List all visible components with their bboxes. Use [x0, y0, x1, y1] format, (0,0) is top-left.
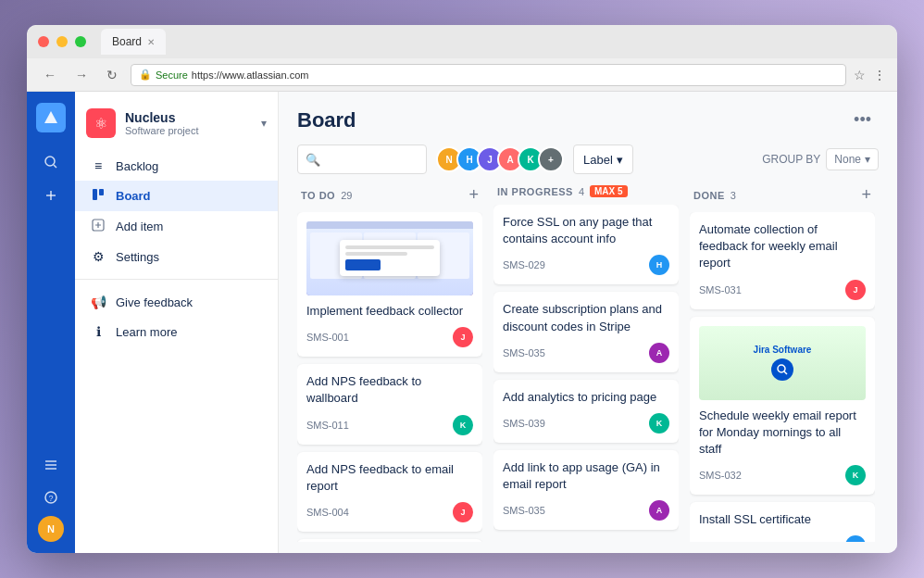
group-by-select[interactable]: None ▾ — [826, 148, 879, 170]
card-footer-sms-011: SMS-011 K — [306, 415, 473, 435]
card-id-sms-032: SMS-032 — [699, 470, 742, 481]
card-footer-sms-035b: SMS-035 A — [503, 500, 669, 521]
card-sms-004[interactable]: Add NPS feedback to email report SMS-004… — [297, 452, 482, 532]
tab-title: Board — [112, 35, 142, 48]
address-bar[interactable]: 🔒 Secure https://www.atlassian.com — [131, 64, 846, 86]
browser-tab[interactable]: Board ✕ — [101, 29, 166, 55]
column-title-done: DONE — [693, 190, 725, 201]
sidebar-item-backlog-label: Backlog — [116, 159, 158, 173]
url-text: https://www.atlassian.com — [192, 69, 309, 81]
card-id-sms-031: SMS-031 — [699, 284, 742, 295]
sidebar-item-settings[interactable]: ⚙ Settings — [75, 242, 278, 271]
project-type: Software project — [125, 125, 252, 136]
card-sms-031[interactable]: Automate collection of feedback for week… — [690, 212, 875, 309]
add-card-button-inprogress[interactable]: + — [493, 537, 679, 542]
minimize-button[interactable] — [56, 36, 68, 47]
card-avatar-sms-001: J — [453, 327, 473, 347]
card-image-sms-032: Jira Software — [699, 326, 866, 400]
card-sms-008[interactable]: Allow users to change between two tiers … — [297, 539, 482, 542]
card-image-sms-001 — [306, 221, 473, 295]
card-id-sms-029: SMS-029 — [503, 259, 545, 270]
browser-titlebar: Board ✕ — [27, 25, 897, 58]
card-title-sms-035b: Add link to app usage (GA) in email repo… — [503, 459, 669, 493]
forward-button[interactable]: → — [69, 66, 94, 84]
rail-menu-icon[interactable] — [36, 449, 66, 479]
column-inprogress: IN PROGRESS 4 MAX 5 Force SSL on any pag… — [493, 185, 679, 542]
group-by-label: GROUP BY — [762, 153, 820, 166]
browser-menu-icon[interactable]: ⋮ — [873, 68, 886, 82]
card-avatar-sms-004: J — [453, 502, 473, 522]
bookmark-icon[interactable]: ☆ — [854, 68, 866, 82]
rail-search-icon[interactable] — [36, 147, 66, 177]
card-id-sms-039: SMS-039 — [503, 418, 545, 429]
back-button[interactable]: ← — [38, 66, 62, 84]
card-footer-sms-039: SMS-039 K — [503, 413, 669, 434]
browser-window: Board ✕ ← → ↻ 🔒 Secure https://www.atlas… — [27, 25, 897, 553]
card-footer-sms-032: SMS-032 K — [699, 465, 866, 485]
card-avatar-sms-031: J — [845, 280, 866, 300]
card-avatar-sms-011: K — [453, 415, 473, 435]
mini-screenshot-2: Jira Software — [699, 326, 866, 400]
card-footer-sms-001: SMS-001 J — [306, 327, 473, 347]
column-count-todo: 29 — [341, 190, 352, 201]
column-title-inprogress: IN PROGRESS — [497, 186, 573, 197]
card-id-sms-033: SMS-033 — [699, 540, 742, 542]
close-button[interactable] — [38, 36, 49, 47]
board-icon — [90, 188, 106, 204]
column-add-button-done[interactable]: + — [861, 185, 871, 205]
maximize-button[interactable] — [75, 36, 86, 47]
rail-logo[interactable] — [36, 103, 66, 132]
mini-screenshot — [306, 221, 473, 295]
card-sms-029[interactable]: Force SSL on any page that contains acco… — [493, 205, 679, 284]
search-box[interactable]: 🔍 — [297, 144, 427, 174]
card-footer-sms-033: SMS-033 H — [699, 535, 866, 542]
card-title-sms-029: Force SSL on any page that contains acco… — [503, 214, 669, 247]
project-icon: ⚛ — [86, 108, 116, 138]
card-sms-035a[interactable]: Create subscription plans and discount c… — [493, 292, 679, 371]
info-icon: ℹ — [90, 324, 106, 339]
search-icon: 🔍 — [306, 153, 320, 167]
sidebar-item-feedback-label: Give feedback — [116, 295, 193, 309]
rail-add-icon[interactable] — [36, 181, 66, 210]
sidebar-divider — [75, 279, 278, 280]
column-count-inprogress: 4 — [579, 186, 584, 197]
card-title-sms-001: Implement feedback collector — [306, 303, 473, 320]
project-name: Nucleus — [125, 110, 252, 125]
avatars-group: N H J A K + — [436, 146, 564, 172]
sidebar-item-learn-more[interactable]: ℹ Learn more — [75, 317, 278, 346]
tab-close-icon[interactable]: ✕ — [147, 37, 155, 47]
card-sms-035b[interactable]: Add link to app usage (GA) in email repo… — [493, 450, 679, 530]
sidebar-item-backlog[interactable]: ≡ Backlog — [75, 151, 278, 181]
sidebar-item-learn-label: Learn more — [116, 325, 177, 339]
project-header: ⚛ Nucleus Software project ▾ — [75, 103, 278, 144]
card-sms-011[interactable]: Add NPS feedback to wallboard SMS-011 K — [297, 364, 482, 444]
app-container: ? N ⚛ Nucleus Software project ▾ — [27, 92, 897, 553]
project-info: Nucleus Software project — [125, 110, 252, 136]
card-avatar-sms-029: H — [649, 255, 669, 275]
card-sms-033[interactable]: Install SSL certificate SMS-033 H — [690, 502, 875, 542]
avatar-filter-more[interactable]: + — [538, 146, 564, 172]
card-id-sms-035b: SMS-035 — [503, 505, 545, 516]
sidebar-item-add-item[interactable]: Add item — [75, 211, 278, 242]
card-avatar-sms-039: K — [649, 413, 669, 434]
rail-help-icon[interactable]: ? — [36, 483, 66, 512]
card-footer-sms-035a: SMS-035 A — [503, 343, 669, 363]
card-sms-001[interactable]: Implement feedback collector SMS-001 J — [297, 212, 482, 357]
label-filter[interactable]: Label ▾ — [573, 144, 633, 174]
column-add-button-todo[interactable]: + — [468, 185, 479, 205]
lock-icon: 🔒 — [139, 69, 152, 81]
backlog-icon: ≡ — [90, 158, 106, 173]
rail-bottom: ? N — [36, 449, 66, 542]
card-sms-039[interactable]: Add analytics to pricing page SMS-039 K — [493, 380, 679, 443]
card-sms-032[interactable]: Jira Software Schedule weekly email repo… — [690, 317, 875, 496]
sidebar-item-add-item-label: Add item — [116, 220, 163, 233]
sidebar-item-board[interactable]: Board — [75, 181, 278, 211]
max-badge: MAX 5 — [590, 185, 628, 197]
refresh-button[interactable]: ↻ — [101, 66, 123, 84]
project-chevron-icon[interactable]: ▾ — [261, 117, 267, 130]
sidebar-item-give-feedback[interactable]: 📢 Give feedback — [75, 287, 278, 317]
svg-point-14 — [778, 365, 785, 372]
card-id-sms-035a: SMS-035 — [503, 347, 545, 358]
board-menu-button[interactable]: ••• — [846, 107, 879, 133]
user-avatar-rail[interactable]: N — [38, 516, 64, 542]
